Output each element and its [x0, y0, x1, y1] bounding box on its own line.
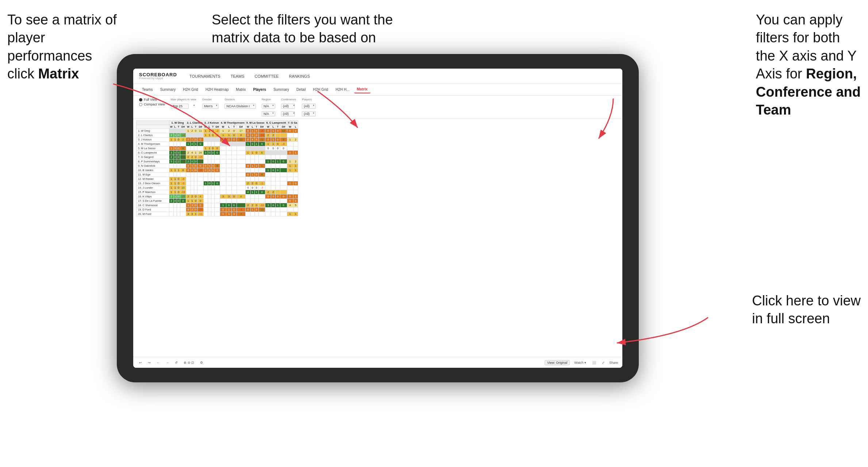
- sh-l4: L: [226, 125, 231, 129]
- region-select2[interactable]: N/A: [262, 111, 275, 116]
- share-btn[interactable]: Share: [609, 361, 618, 364]
- max-players-select[interactable]: Top 25: [171, 104, 189, 109]
- matrix-cell-r5-c0-3: -16: [180, 151, 186, 155]
- tab-players[interactable]: Players: [250, 86, 269, 93]
- matrix-cell-r2-c2-2: [211, 138, 214, 142]
- matrix-area[interactable]: 1. W Ding 2. L Clanton 3. J Koivun 4. M …: [133, 119, 622, 357]
- annotation-right-line1: You can apply: [756, 12, 842, 27]
- tab-h2h-grid[interactable]: H2H Grid: [180, 86, 201, 93]
- undo-btn[interactable]: ↩: [138, 360, 143, 365]
- matrix-cell-r15-c0-3: -25: [180, 194, 186, 199]
- sh-t3: T: [211, 125, 214, 129]
- full-view-option[interactable]: Full View: [139, 98, 165, 101]
- conference-select1[interactable]: (All): [281, 104, 295, 109]
- matrix-cell-r18-c1-3: -20: [197, 208, 203, 212]
- matrix-cell-r7-c0-1: 1: [173, 159, 177, 164]
- players-select2[interactable]: (All): [302, 111, 316, 116]
- tab-h2h-heatmap[interactable]: H2H Heatmap: [203, 86, 231, 93]
- matrix-cell-r16-c6-1: 2: [293, 199, 298, 203]
- tab-p-matrix[interactable]: Matrix: [354, 86, 370, 93]
- matrix-cell-r12-c0-1: 1: [173, 181, 177, 186]
- matrix-cell-r11-c5-2: [276, 177, 280, 181]
- matrix-cell-r14-c3-3: [237, 190, 245, 194]
- refresh-btn[interactable]: ↺: [173, 360, 179, 365]
- conference-select2[interactable]: (All): [281, 111, 295, 116]
- tab-detail[interactable]: Detail: [293, 86, 309, 93]
- row-header-10: 11. M Ege: [137, 173, 169, 177]
- matrix-cell-r13-c5-2: [276, 186, 280, 190]
- matrix-cell-r18-c1-1: 2: [191, 208, 194, 212]
- zoom-controls[interactable]: ⊕ ⊖ ⊡: [182, 360, 196, 365]
- region-select-wrap1[interactable]: N/A: [262, 102, 275, 109]
- settings-btn[interactable]: ⚙: [199, 360, 204, 365]
- matrix-cell-r15-c2-3: [215, 194, 220, 199]
- sh-d2: Dif: [197, 125, 203, 129]
- nav-committee[interactable]: COMMITTEE: [253, 73, 280, 79]
- redo-btn[interactable]: ↪: [146, 360, 152, 365]
- annotation-top-left: To see a matrix of player performances c…: [7, 11, 131, 83]
- back-btn[interactable]: ←: [155, 360, 161, 365]
- players-select-wrap2[interactable]: (All): [302, 110, 316, 116]
- view-original-btn[interactable]: View: Original: [545, 360, 570, 365]
- matrix-cell-r8-c0-2: [177, 164, 180, 168]
- matrix-cell-r2-c1-2: 0: [194, 138, 197, 142]
- matrix-cell-r10-c1-1: [191, 173, 194, 177]
- annotation-line3-normal: click: [7, 66, 38, 81]
- conference-select-wrap1[interactable]: (All): [281, 102, 296, 109]
- sh-l2: L: [191, 125, 194, 129]
- matrix-cell-r2-c4-2: 0: [254, 138, 258, 142]
- matrix-cell-r14-c6-0: [287, 190, 293, 194]
- matrix-cell-r8-c0-1: [173, 164, 177, 168]
- matrix-cell-r16-c5-3: [280, 199, 287, 203]
- matrix-cell-r16-c4-3: [258, 199, 265, 203]
- gender-select-wrap[interactable]: Men's: [202, 102, 219, 109]
- division-select-wrap[interactable]: NCAA Division I: [224, 102, 256, 109]
- matrix-cell-r14-c4-1: 1: [250, 190, 254, 194]
- row-header-17: 18. C Sherwood: [137, 203, 169, 208]
- matrix-cell-r8-c1-0: 0: [186, 164, 191, 168]
- region-select1[interactable]: N/A: [262, 104, 275, 109]
- annotation-center-line2: matrix data to be based on: [212, 30, 376, 45]
- matrix-cell-r17-c5-3: 0: [280, 203, 287, 208]
- tablet-screen: SCOREBOARD Powered by clippd TOURNAMENTS…: [133, 69, 622, 368]
- nav-rankings[interactable]: RANKINGS: [288, 73, 311, 79]
- tab-teams[interactable]: Teams: [139, 86, 155, 93]
- tab-matrix[interactable]: Matrix: [233, 86, 249, 93]
- full-view-radio[interactable]: [139, 98, 142, 101]
- tab-p-summary[interactable]: Summary: [270, 86, 292, 93]
- matrix-cell-r12-c5-3: [280, 181, 287, 186]
- conference-select-wrap2[interactable]: (All): [281, 110, 296, 116]
- matrix-cell-r17-c3-3: -11: [237, 203, 245, 208]
- matrix-cell-r7-c1-0: 2: [186, 159, 191, 164]
- compact-view-radio[interactable]: [139, 103, 142, 106]
- players-select1[interactable]: (All): [302, 104, 316, 109]
- annotation-right-line5: Conference and: [756, 84, 861, 100]
- matrix-cell-r3-c6-1: [293, 142, 298, 146]
- matrix-cell-r2-c0-3: 2: [180, 138, 186, 142]
- watch-btn[interactable]: Watch ▾: [573, 360, 588, 365]
- division-select[interactable]: NCAA Division I: [224, 104, 256, 109]
- sh-d4: Dif: [237, 125, 245, 129]
- compact-view-option[interactable]: Compact View: [139, 103, 165, 106]
- players-select-wrap1[interactable]: (All): [302, 102, 316, 109]
- tab-p-h2h-h[interactable]: H2H H...: [333, 86, 352, 93]
- matrix-cell-r9-c2-2: 1: [211, 168, 214, 173]
- matrix-cell-r13-c3-3: [237, 186, 245, 190]
- max-players-select-wrap[interactable]: Top 25: [171, 102, 196, 109]
- sh-d5: Dif: [258, 125, 265, 129]
- tab-summary[interactable]: Summary: [157, 86, 178, 93]
- forward-btn[interactable]: →: [164, 360, 170, 365]
- matrix-cell-r12-c3-3: [237, 181, 245, 186]
- table-row: 1. W Ding12011110-212017010-60101302: [137, 129, 298, 133]
- matrix-cell-r10-c0-0: [169, 173, 174, 177]
- region-select-wrap2[interactable]: N/A: [262, 110, 275, 116]
- row-header-5: 6. C Lamprecht: [137, 151, 169, 155]
- matrix-cell-r17-c6-1: 5: [293, 203, 298, 208]
- nav-teams[interactable]: TEAMS: [229, 73, 246, 79]
- fullscreen-btn[interactable]: ⤢: [600, 360, 606, 365]
- tab-p-h2h-grid[interactable]: H2H Grid: [310, 86, 331, 93]
- matrix-cell-r7-c1-2: 0: [194, 159, 197, 164]
- gender-select[interactable]: Men's: [202, 104, 219, 109]
- display-btn[interactable]: ⬜: [591, 360, 598, 365]
- nav-tournaments[interactable]: TOURNAMENTS: [188, 73, 222, 79]
